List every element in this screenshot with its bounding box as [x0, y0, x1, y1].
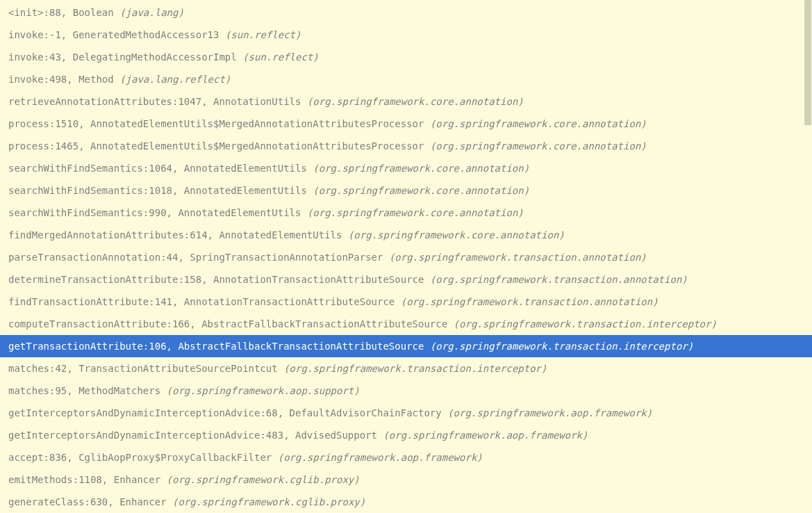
frame-package-label: (org.springframework.aop.framework): [383, 430, 588, 441]
scrollbar-thumb[interactable]: [804, 0, 811, 125]
frame-method-label: searchWithFindSemantics:1064, AnnotatedE…: [8, 163, 313, 174]
frame-package-label: (org.springframework.aop.framework): [447, 407, 652, 418]
frame-method-label: process:1510, AnnotatedElementUtils$Merg…: [8, 118, 430, 129]
frame-package-label: (sun.reflect): [242, 51, 319, 63]
frame-package-label: (org.springframework.cglib.proxy): [172, 496, 365, 507]
frame-method-label: searchWithFindSemantics:990, AnnotatedEl…: [8, 207, 307, 218]
stack-frame-row[interactable]: getInterceptorsAndDynamicInterceptionAdv…: [0, 424, 812, 446]
stack-frame-row[interactable]: searchWithFindSemantics:1064, AnnotatedE…: [0, 157, 812, 179]
frame-method-label: computeTransactionAttribute:166, Abstrac…: [8, 318, 454, 329]
frame-package-label: (org.springframework.cglib.proxy): [167, 474, 360, 485]
stack-frame-row[interactable]: invoke:-1, GeneratedMethodAccessor13 (su…: [0, 24, 812, 46]
stack-frame-row[interactable]: process:1465, AnnotatedElementUtils$Merg…: [0, 135, 812, 157]
frame-method-label: matches:95, MethodMatchers: [8, 385, 167, 396]
stack-frame-list: <init>:88, Boolean (java.lang)invoke:-1,…: [0, 0, 812, 513]
frame-method-label: parseTransactionAnnotation:44, SpringTra…: [8, 252, 389, 263]
frame-method-label: invoke:-1, GeneratedMethodAccessor13: [8, 29, 225, 40]
frame-package-label: (org.springframework.transaction.interce…: [454, 318, 717, 329]
frame-package-label: (org.springframework.transaction.interce…: [283, 363, 547, 374]
frame-method-label: getInterceptorsAndDynamicInterceptionAdv…: [8, 430, 383, 441]
frame-package-label: (sun.reflect): [225, 29, 301, 40]
frame-method-label: generateClass:630, Enhancer: [8, 496, 172, 507]
frame-package-label: (org.springframework.aop.support): [167, 385, 360, 396]
stack-frame-row[interactable]: invoke:43, DelegatingMethodAccessorImpl …: [0, 46, 812, 68]
frame-method-label: searchWithFindSemantics:1018, AnnotatedE…: [8, 185, 313, 196]
frame-package-label: (org.springframework.transaction.interce…: [430, 341, 693, 352]
stack-frame-row[interactable]: getInterceptorsAndDynamicInterceptionAdv…: [0, 402, 812, 424]
frame-package-label: (org.springframework.transaction.annotat…: [401, 296, 658, 307]
frame-method-label: invoke:43, DelegatingMethodAccessorImpl: [8, 51, 242, 63]
frame-package-label: (org.springframework.core.annotation): [430, 140, 647, 152]
frame-package-label: (java.lang.reflect): [119, 74, 231, 85]
stack-frame-row[interactable]: searchWithFindSemantics:990, AnnotatedEl…: [0, 202, 812, 224]
stack-frame-row[interactable]: parseTransactionAnnotation:44, SpringTra…: [0, 246, 812, 268]
frame-method-label: matches:42, TransactionAttributeSourcePo…: [8, 363, 283, 374]
frame-package-label: (org.springframework.core.annotation): [430, 118, 647, 129]
frame-method-label: accept:836, CglibAopProxy$ProxyCallbackF…: [8, 452, 278, 463]
frame-method-label: getInterceptorsAndDynamicInterceptionAdv…: [8, 407, 447, 418]
stack-frame-row[interactable]: searchWithFindSemantics:1018, AnnotatedE…: [0, 179, 812, 202]
stack-frame-row[interactable]: getTransactionAttribute:106, AbstractFal…: [0, 335, 812, 357]
stack-frame-row[interactable]: matches:95, MethodMatchers (org.springfr…: [0, 380, 812, 402]
stack-frame-row[interactable]: findTransactionAttribute:141, Annotation…: [0, 291, 812, 313]
scrollbar-track[interactable]: [804, 0, 812, 513]
stack-frame-row[interactable]: retrieveAnnotationAttributes:1047, Annot…: [0, 90, 812, 113]
frame-package-label: (org.springframework.transaction.annotat…: [430, 274, 688, 285]
stack-trace-panel: <init>:88, Boolean (java.lang)invoke:-1,…: [0, 0, 812, 513]
stack-frame-row[interactable]: process:1510, AnnotatedElementUtils$Merg…: [0, 113, 812, 135]
frame-method-label: <init>:88, Boolean: [8, 7, 119, 18]
frame-method-label: findMergedAnnotationAttributes:614, Anno…: [8, 229, 348, 241]
stack-frame-row[interactable]: findMergedAnnotationAttributes:614, Anno…: [0, 224, 812, 246]
stack-frame-row[interactable]: accept:836, CglibAopProxy$ProxyCallbackF…: [0, 446, 812, 469]
frame-package-label: (org.springframework.transaction.annotat…: [389, 252, 647, 263]
stack-frame-row[interactable]: determineTransactionAttribute:158, Annot…: [0, 268, 812, 291]
frame-package-label: (org.springframework.core.annotation): [307, 207, 524, 218]
stack-frame-row[interactable]: invoke:498, Method (java.lang.reflect): [0, 68, 812, 90]
frame-method-label: process:1465, AnnotatedElementUtils$Merg…: [8, 140, 430, 152]
frame-package-label: (org.springframework.core.annotation): [313, 163, 529, 174]
frame-package-label: (java.lang): [119, 7, 184, 18]
stack-frame-row[interactable]: computeTransactionAttribute:166, Abstrac…: [0, 313, 812, 335]
frame-method-label: retrieveAnnotationAttributes:1047, Annot…: [8, 96, 307, 107]
stack-frame-row[interactable]: matches:42, TransactionAttributeSourcePo…: [0, 357, 812, 380]
frame-method-label: getTransactionAttribute:106, AbstractFal…: [8, 341, 430, 352]
frame-method-label: findTransactionAttribute:141, Annotation…: [8, 296, 401, 307]
frame-method-label: invoke:498, Method: [8, 74, 119, 85]
frame-package-label: (org.springframework.core.annotation): [313, 185, 529, 196]
stack-frame-row[interactable]: <init>:88, Boolean (java.lang): [0, 1, 812, 24]
frame-package-label: (org.springframework.core.annotation): [307, 96, 524, 107]
stack-frame-row[interactable]: generateClass:630, Enhancer (org.springf…: [0, 491, 812, 513]
frame-package-label: (org.springframework.aop.framework): [278, 452, 483, 463]
frame-package-label: (org.springframework.core.annotation): [348, 229, 565, 241]
frame-method-label: emitMethods:1108, Enhancer: [8, 474, 167, 485]
frame-method-label: determineTransactionAttribute:158, Annot…: [8, 274, 430, 285]
stack-frame-row[interactable]: emitMethods:1108, Enhancer (org.springfr…: [0, 469, 812, 491]
